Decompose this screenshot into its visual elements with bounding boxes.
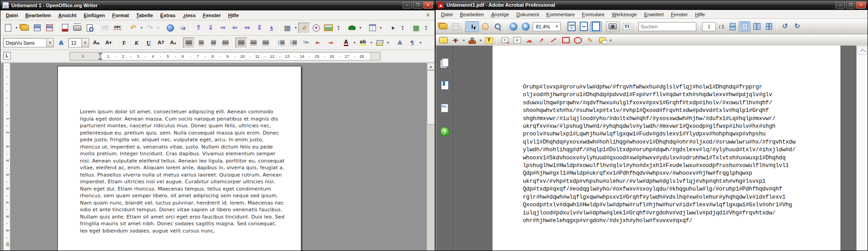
acrobat-menu-item[interactable]: Datei	[437, 11, 456, 18]
scroll-up-icon[interactable]	[858, 46, 866, 55]
find-dropdown-icon[interactable]	[358, 23, 362, 33]
maximize-button[interactable]: ❐	[413, 2, 422, 9]
save-icon[interactable]	[31, 23, 43, 33]
writer-vertical-scrollbar[interactable]: ▲	[427, 63, 434, 251]
acrobat-menu-item[interactable]: Formulare	[578, 11, 608, 18]
page-number-input[interactable]	[703, 23, 715, 31]
writer-titlebar[interactable]: Unbenannt 1 - OpenOffice.org Writer − ❐ …	[0, 0, 435, 10]
pages-panel-icon[interactable]	[439, 57, 450, 69]
spellcheck-icon[interactable]	[99, 23, 111, 33]
quad-layout-icon[interactable]	[763, 21, 775, 32]
vertical-ruler[interactable]: 12345678910	[3, 63, 10, 251]
actual-size-icon[interactable]	[566, 21, 577, 32]
toolbar-overflow-icon[interactable]	[335, 23, 342, 33]
fit-width-icon[interactable]	[578, 21, 590, 32]
new-document-icon[interactable]	[2, 23, 14, 33]
open-icon[interactable]	[19, 23, 31, 33]
line-spacing-2-icon[interactable]	[260, 37, 272, 48]
writer-menu-item[interactable]: Ansicht	[55, 12, 80, 19]
sticky-note-tool-icon[interactable]	[437, 35, 449, 46]
writer-menu-item[interactable]: Bearbeiten	[22, 12, 55, 19]
undo-dropdown-icon[interactable]	[140, 23, 144, 33]
styles-icon[interactable]	[55, 37, 67, 48]
text-box-tool-icon[interactable]	[511, 35, 523, 46]
acrobat-menu-item[interactable]: Dokument	[513, 11, 543, 18]
font-size-combobox[interactable]: 12 ▾	[68, 38, 89, 47]
acrobat-titlebar[interactable]: ▲ Unbenannt1.pdf - Adobe Acrobat Profess…	[436, 0, 868, 10]
how-to-icon[interactable]	[439, 126, 450, 138]
open-icon[interactable]	[437, 21, 449, 32]
save-as-icon[interactable]	[43, 23, 55, 33]
export-pdf-icon[interactable]	[59, 23, 71, 33]
font-name-combobox[interactable]: DejaVu Sans ▾	[3, 38, 54, 47]
highlighting-icon[interactable]	[357, 37, 369, 48]
writer-menu-item[interactable]: Format	[108, 12, 132, 19]
tab-stop-selector[interactable]: L	[3, 52, 11, 60]
continuous-layout-icon[interactable]	[727, 21, 738, 32]
writer-menu-item[interactable]: Hilfe	[225, 12, 243, 19]
page-number-box[interactable]	[702, 22, 716, 31]
close-button[interactable]: ✕	[856, 2, 866, 9]
fit-page-icon[interactable]	[590, 21, 602, 32]
align-left-icon[interactable]	[183, 37, 195, 48]
print-icon[interactable]	[71, 23, 83, 33]
increase-font-icon[interactable]	[90, 37, 102, 48]
font-color-icon[interactable]	[340, 37, 352, 48]
bullet-list-icon[interactable]	[276, 37, 287, 48]
rotate-right-icon[interactable]	[791, 21, 803, 32]
font-name-dropdown-icon[interactable]: ▾	[46, 38, 53, 47]
subscript-icon[interactable]	[167, 37, 179, 48]
align-right-icon[interactable]	[207, 37, 219, 48]
data-sources-dropdown-icon[interactable]	[379, 23, 383, 33]
formula-icon[interactable]	[177, 23, 188, 33]
justify-icon[interactable]	[220, 37, 231, 48]
move-up-icon[interactable]	[192, 23, 204, 33]
font-size-dropdown-icon[interactable]: ▾	[81, 38, 89, 47]
acrobat-menu-item[interactable]: Kommentare	[543, 11, 578, 18]
redo-icon[interactable]	[144, 23, 156, 33]
writer-menu-item[interactable]: Tabelle	[133, 12, 157, 19]
writer-menu-item[interactable]: Datei	[2, 12, 22, 19]
acrobat-menu-item[interactable]: Werkzeuge	[608, 11, 640, 18]
zoom-in-icon[interactable]	[520, 21, 531, 32]
acrobat-menu-item[interactable]: Anzeige	[488, 11, 513, 18]
italic-button[interactable]: K	[131, 37, 142, 48]
acrobat-menu-item[interactable]: Fenster	[667, 11, 691, 18]
acrobat-menu-item[interactable]: Hilfe	[691, 11, 708, 18]
scroll-up-icon[interactable]: ▲	[427, 63, 434, 70]
new-document-dropdown-icon[interactable]	[14, 23, 19, 33]
toolbar-overflow-icon[interactable]	[422, 23, 430, 33]
background-color-icon[interactable]	[374, 37, 385, 48]
line-tool-icon[interactable]	[548, 35, 559, 46]
minimize-button[interactable]: −	[403, 2, 412, 9]
superscript-icon[interactable]	[155, 37, 167, 48]
hand-tool-icon[interactable]	[479, 21, 491, 32]
insert-table-icon[interactable]	[282, 23, 293, 33]
align-center-icon[interactable]	[195, 37, 207, 48]
zoom-out-icon[interactable]	[507, 21, 519, 32]
rotate-left-icon[interactable]	[779, 21, 791, 32]
writer-menu-item[interactable]: Fenster	[199, 12, 225, 19]
rectangle-tool-icon[interactable]	[560, 35, 572, 46]
minimize-button[interactable]: −	[835, 2, 845, 9]
move-down-icon[interactable]	[205, 23, 216, 33]
decrease-indent-icon[interactable]	[312, 37, 324, 48]
page-preview-icon[interactable]	[84, 23, 95, 33]
text-select-icon[interactable]	[620, 21, 633, 32]
edit-table-icon[interactable]	[410, 23, 422, 33]
writer-menu-item[interactable]: .riess	[179, 12, 199, 19]
writer-menu-item[interactable]: Einfügen	[80, 12, 108, 19]
hyperlink-icon[interactable]	[164, 23, 176, 33]
horizontal-ruler[interactable]: 1 123456789101112131415161718	[70, 52, 380, 60]
highlight-tool-icon[interactable]	[483, 35, 495, 46]
auto-spellcheck-icon[interactable]	[112, 23, 123, 33]
background-color-dropdown-icon[interactable]	[386, 37, 390, 48]
bookmarks-panel-icon[interactable]	[439, 80, 450, 92]
increase-indent-icon[interactable]	[324, 37, 336, 48]
outline-numbering-icon[interactable]	[300, 37, 312, 48]
find-replace-icon[interactable]	[346, 23, 358, 33]
formatting-overflow-icon[interactable]	[418, 37, 422, 48]
move-left-icon[interactable]	[229, 23, 241, 33]
stamp-dropdown-icon[interactable]	[479, 35, 483, 46]
gallery-icon[interactable]	[323, 23, 334, 33]
